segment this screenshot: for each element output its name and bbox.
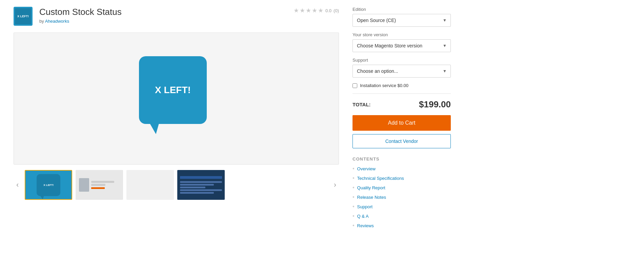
thumb-2-price	[91, 187, 105, 189]
thumbnail-3[interactable]	[126, 170, 174, 200]
product-author: by Aheadworks	[39, 19, 287, 24]
thumbnail-2[interactable]	[76, 170, 123, 200]
thumbnail-4[interactable]	[177, 170, 225, 200]
thumb-2-bar-2	[91, 184, 105, 186]
thumb-3-content	[147, 172, 153, 198]
contents-item-release: Release Notes	[353, 194, 451, 200]
contents-item-qa: Q & A	[353, 213, 451, 219]
thumb-4-bar-4	[180, 189, 222, 191]
contents-item-quality: Quality Report	[353, 185, 451, 191]
thumb-1-text: X LEFT!	[43, 184, 54, 187]
contents-link-overview[interactable]: Overview	[357, 166, 376, 171]
contents-link-qa[interactable]: Q & A	[357, 214, 369, 219]
support-select-wrapper: Choose an option... ▼	[353, 65, 451, 78]
total-price: $199.00	[419, 99, 451, 110]
rating-area: ★ ★ ★ ★ ★ 0.0 (0)	[294, 7, 339, 14]
main-product-image: X LEFT!	[139, 56, 214, 141]
contents-title: CONTENTS	[353, 156, 451, 162]
contents-section: CONTENTS Overview Technical Specificatio…	[353, 156, 451, 229]
thumb-2-row	[79, 178, 120, 192]
product-section: X LEFT! Custom Stock Status by Aheadwork…	[14, 7, 339, 232]
contents-link-technical[interactable]: Technical Specifications	[357, 176, 404, 181]
speech-bubble: X LEFT!	[139, 56, 207, 124]
logo-text: X LEFT!	[17, 15, 29, 18]
product-logo: X LEFT!	[14, 7, 33, 26]
star-4: ★	[312, 7, 317, 14]
edition-group: Edition Open Source (CE) Commerce (EE) C…	[353, 7, 451, 27]
star-5: ★	[318, 7, 323, 14]
thumb-4-bar-1	[180, 181, 222, 183]
thumb-4-bar-5	[180, 192, 214, 194]
contents-item-reviews: Reviews	[353, 222, 451, 229]
thumbnails-row: ‹ X LEFT!	[14, 170, 339, 200]
main-image: X LEFT!	[14, 33, 339, 165]
store-version-label: Your store version	[353, 32, 451, 37]
support-select[interactable]: Choose an option...	[353, 65, 451, 78]
author-link[interactable]: Aheadworks	[45, 19, 69, 24]
product-logo-inner: X LEFT!	[15, 8, 31, 24]
total-label: TOTAL:	[353, 102, 371, 107]
store-version-select[interactable]: Choose Magento Store version	[353, 39, 451, 52]
thumb-1-bubble: X LEFT!	[37, 174, 60, 196]
contents-item-technical: Technical Specifications	[353, 175, 451, 181]
thumb-2-figure	[79, 178, 89, 192]
edition-select-wrapper: Open Source (CE) Commerce (EE) Commerce …	[353, 14, 451, 27]
star-3: ★	[306, 7, 311, 14]
installation-label[interactable]: Installation service $0.00	[360, 83, 408, 88]
next-button[interactable]: ›	[331, 178, 339, 192]
total-row: TOTAL: $199.00	[353, 99, 451, 110]
rating-count: (0)	[334, 8, 339, 13]
thumb-2-lines	[91, 181, 120, 189]
thumb-4-content	[178, 174, 224, 196]
contents-link-quality[interactable]: Quality Report	[357, 185, 385, 190]
sidebar: Edition Open Source (CE) Commerce (EE) C…	[353, 7, 451, 232]
bubble-text: X LEFT!	[155, 84, 191, 96]
store-version-select-wrapper: Choose Magento Store version ▼	[353, 39, 451, 52]
thumb-2-bar-1	[91, 181, 114, 183]
contents-link-reviews[interactable]: Reviews	[357, 223, 374, 228]
support-label: Support	[353, 58, 451, 63]
support-group: Support Choose an option... ▼	[353, 58, 451, 78]
edition-label: Edition	[353, 7, 451, 12]
product-title-area: Custom Stock Status by Aheadworks	[39, 7, 287, 24]
installation-checkbox[interactable]	[353, 83, 357, 88]
thumb-4-bar-3	[180, 187, 205, 188]
divider	[353, 93, 451, 94]
thumbnail-3-inner	[127, 171, 173, 199]
thumbnails: X LEFT!	[25, 170, 327, 200]
thumb-4-bar-2	[180, 184, 214, 186]
product-header: X LEFT! Custom Stock Status by Aheadwork…	[14, 7, 339, 26]
contents-item-overview: Overview	[353, 166, 451, 172]
page-wrapper: X LEFT! Custom Stock Status by Aheadwork…	[0, 0, 644, 239]
contents-link-release[interactable]: Release Notes	[357, 195, 386, 200]
thumbnail-1-inner: X LEFT!	[25, 171, 72, 199]
star-2: ★	[300, 7, 305, 14]
thumbnail-4-inner	[178, 171, 224, 199]
stars: ★ ★ ★ ★ ★	[294, 7, 323, 14]
thumbnail-2-inner	[76, 171, 122, 199]
contents-link-support[interactable]: Support	[357, 204, 373, 209]
thumb-4-header	[180, 176, 222, 179]
contact-vendor-button[interactable]: Contact Vendor	[353, 134, 451, 148]
edition-select[interactable]: Open Source (CE) Commerce (EE) Commerce …	[353, 14, 451, 27]
prev-button[interactable]: ‹	[14, 178, 21, 192]
star-1: ★	[294, 7, 299, 14]
installation-row: Installation service $0.00	[353, 83, 451, 88]
store-version-group: Your store version Choose Magento Store …	[353, 32, 451, 52]
contents-list: Overview Technical Specifications Qualit…	[353, 166, 451, 229]
thumb-2-content	[76, 175, 122, 194]
add-to-cart-button[interactable]: Add to Cart	[353, 115, 451, 131]
contents-item-support: Support	[353, 204, 451, 210]
thumbnail-1[interactable]: X LEFT!	[25, 170, 72, 200]
product-title: Custom Stock Status	[39, 7, 287, 17]
rating-value: 0.0	[325, 8, 331, 13]
